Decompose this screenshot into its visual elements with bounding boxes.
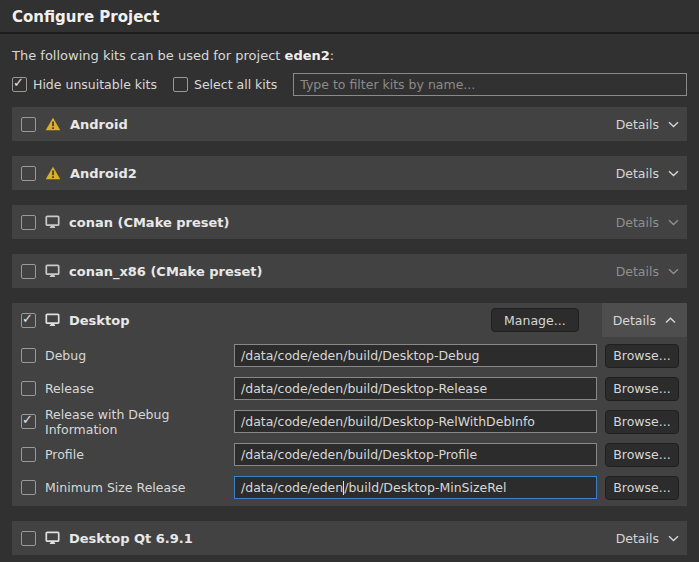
details-label: Details xyxy=(616,264,659,279)
content: The following kits can be used for proje… xyxy=(0,48,699,555)
details-label: Details xyxy=(616,215,659,230)
kit-name: Android2 xyxy=(70,166,137,181)
manage-button[interactable]: Manage... xyxy=(491,308,579,332)
config-row-debug: Debug /data/code/eden/build/Desktop-Debu… xyxy=(21,343,679,368)
config-row-release: Release /data/code/eden/build/Desktop-Re… xyxy=(21,376,679,401)
chevron-down-icon xyxy=(668,535,679,542)
kit-name: Desktop Qt 6.9.1 xyxy=(69,531,193,546)
config-label: Minimum Size Release xyxy=(45,480,185,495)
build-path-input-focused[interactable]: /data/code/eden/build/Desktop-MinSizeRel xyxy=(234,476,597,499)
config-row-minsizerel: Minimum Size Release /data/code/eden/bui… xyxy=(21,475,679,500)
details-label: Details xyxy=(616,117,659,132)
kit-list: Android Details Android2 Details c xyxy=(12,107,687,555)
browse-button[interactable]: Browse... xyxy=(605,476,679,500)
kit-row-desktop-qt: Desktop Qt 6.9.1 Details xyxy=(12,521,687,555)
kit-checkbox[interactable] xyxy=(21,166,36,181)
build-path-input[interactable]: /data/code/eden/build/Desktop-Debug xyxy=(234,344,597,367)
config-label: Profile xyxy=(45,447,84,462)
details-button[interactable]: Details xyxy=(616,117,679,132)
select-all-kits-option[interactable]: Select all kits xyxy=(173,77,277,92)
chevron-down-icon xyxy=(668,268,679,275)
browse-button[interactable]: Browse... xyxy=(605,443,679,467)
project-name: eden2 xyxy=(285,48,330,63)
kit-header: Desktop Manage... Details xyxy=(12,303,687,337)
select-all-kits-checkbox[interactable] xyxy=(173,77,188,92)
chevron-down-icon xyxy=(668,219,679,226)
kit-checkbox[interactable] xyxy=(21,313,36,328)
kit-checkbox[interactable] xyxy=(21,215,36,230)
kit-row-android: Android Details xyxy=(12,107,687,141)
config-row-profile: Profile /data/code/eden/build/Desktop-Pr… xyxy=(21,442,679,467)
intro-text: The following kits can be used for proje… xyxy=(12,48,687,63)
hide-unsuitable-kits-checkbox[interactable] xyxy=(12,77,27,92)
kit-checkbox[interactable] xyxy=(21,264,36,279)
select-all-kits-label: Select all kits xyxy=(194,77,277,92)
page-header: Configure Project xyxy=(0,0,699,34)
config-label: Debug xyxy=(45,348,86,363)
chevron-down-icon xyxy=(668,121,679,128)
kit-name: Android xyxy=(70,117,128,132)
filter-row: Hide unsuitable kits Select all kits xyxy=(12,73,687,96)
kit-checkbox[interactable] xyxy=(21,531,36,546)
details-label: Details xyxy=(616,531,659,546)
config-checkbox[interactable] xyxy=(21,447,36,462)
hide-unsuitable-kits-label: Hide unsuitable kits xyxy=(33,77,157,92)
kit-row-desktop: Desktop Manage... Details Debug /data/co… xyxy=(12,303,687,506)
config-row-relwithdebinfo: Release with Debug Information /data/cod… xyxy=(21,409,679,434)
build-path-input[interactable]: /data/code/eden/build/Desktop-Release xyxy=(234,377,597,400)
browse-button[interactable]: Browse... xyxy=(605,344,679,368)
build-path-input[interactable]: /data/code/eden/build/Desktop-Profile xyxy=(234,443,597,466)
warning-icon xyxy=(45,166,61,180)
browse-button[interactable]: Browse... xyxy=(605,377,679,401)
kit-row-conan-x86: conan_x86 (CMake preset) Details xyxy=(12,254,687,288)
config-checkbox[interactable] xyxy=(21,414,36,429)
config-label: Release xyxy=(45,381,94,396)
warning-icon xyxy=(45,117,61,131)
kit-name: Desktop xyxy=(69,313,129,328)
details-button: Details xyxy=(616,215,679,230)
build-config-list: Debug /data/code/eden/build/Desktop-Debu… xyxy=(12,337,687,500)
config-label: Release with Debug Information xyxy=(45,407,234,437)
page-title: Configure Project xyxy=(0,0,699,32)
kit-checkbox[interactable] xyxy=(21,117,36,132)
details-button[interactable]: Details xyxy=(616,531,679,546)
kit-name: conan_x86 (CMake preset) xyxy=(69,264,263,279)
details-button[interactable]: Details xyxy=(602,303,687,337)
desktop-icon xyxy=(45,215,60,229)
desktop-icon xyxy=(45,313,60,327)
build-path-input[interactable]: /data/code/eden/build/Desktop-RelWithDeb… xyxy=(234,410,597,433)
desktop-icon xyxy=(45,264,60,278)
desktop-icon xyxy=(45,531,60,545)
chevron-down-icon xyxy=(668,170,679,177)
kit-row-conan: conan (CMake preset) Details xyxy=(12,205,687,239)
config-checkbox[interactable] xyxy=(21,381,36,396)
config-checkbox[interactable] xyxy=(21,348,36,363)
kit-name: conan (CMake preset) xyxy=(69,215,230,230)
kit-filter-input[interactable] xyxy=(293,73,687,96)
details-button: Details xyxy=(616,264,679,279)
details-label: Details xyxy=(613,313,656,328)
details-button[interactable]: Details xyxy=(616,166,679,181)
hide-unsuitable-kits-option[interactable]: Hide unsuitable kits xyxy=(12,77,157,92)
browse-button[interactable]: Browse... xyxy=(605,410,679,434)
config-checkbox[interactable] xyxy=(21,480,36,495)
chevron-up-icon xyxy=(665,317,676,324)
kit-row-android2: Android2 Details xyxy=(12,156,687,190)
details-label: Details xyxy=(616,166,659,181)
